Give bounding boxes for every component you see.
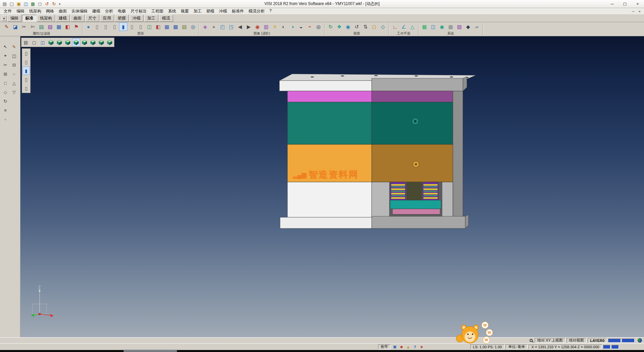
workflow-tab[interactable]: 线架构 <box>37 15 55 22</box>
workplane-free-icon[interactable]: △ <box>408 23 417 31</box>
view-cube-sw-icon[interactable] <box>47 38 55 46</box>
dynamic-view-icon[interactable]: ◈ <box>201 23 209 31</box>
menu-item[interactable]: 实体编辑 <box>69 8 90 15</box>
light-icon[interactable]: ☀ <box>271 23 279 31</box>
view-align-icon[interactable]: ⇅ <box>361 23 370 31</box>
mask-filter-icon[interactable]: ◧ <box>63 23 72 31</box>
3d-viewport[interactable]: ▤ ▢ ◫ <box>20 36 644 337</box>
view-iso-icon[interactable]: ◇ <box>379 23 387 31</box>
menu-item[interactable]: 线架构 <box>27 8 44 15</box>
tabbar-dropdown-icon[interactable]: ▾ <box>1 15 7 21</box>
workflow-tab[interactable]: 应用 <box>100 15 114 22</box>
status-help-icon[interactable]: ? <box>412 344 418 350</box>
filter-cut-icon[interactable]: ✄ <box>29 23 37 31</box>
workplane-angle-icon[interactable]: ∠ <box>399 23 408 31</box>
menu-item[interactable]: 网格 <box>44 8 56 15</box>
workflow-tab[interactable]: 标准 <box>22 15 36 22</box>
menu-item[interactable]: 视窗 <box>178 8 191 15</box>
clip-plane-icon[interactable]: ◓ <box>306 23 314 31</box>
status-snap-icon[interactable]: ▲ <box>405 344 411 350</box>
menu-item[interactable]: 曲面 <box>56 8 69 15</box>
maximize-button[interactable]: ◻ <box>619 0 631 8</box>
workplane-xy-icon[interactable]: ∟ <box>391 23 399 31</box>
workflow-tab[interactable]: 尺寸 <box>85 15 99 22</box>
view-cube-front-icon[interactable] <box>97 38 105 46</box>
mdi-minimize-button[interactable]: ─ <box>632 9 635 13</box>
rectangle-tool-icon[interactable]: □ <box>2 79 9 87</box>
view-cube-ne-icon[interactable] <box>72 38 80 46</box>
snap-grid-icon[interactable]: ▩ <box>446 23 455 31</box>
workflow-tab[interactable]: 建模 <box>56 15 70 22</box>
display-filter-4-icon[interactable]: ▯ <box>22 75 30 84</box>
workspace-icon[interactable]: ▤ <box>1 1 8 7</box>
zoom-window-icon[interactable]: ◰ <box>218 23 227 31</box>
render-quality-icon[interactable]: ◎ <box>189 23 197 31</box>
diamond-tool-icon[interactable]: ◇ <box>2 88 9 96</box>
circle-tool-icon[interactable]: ○ <box>10 70 18 78</box>
shaded-view-icon[interactable]: ● <box>84 23 93 31</box>
pan-view-icon[interactable]: + <box>210 23 218 31</box>
viewbar-zoom-icon[interactable]: ◫ <box>39 38 47 46</box>
new-document-icon[interactable]: ▢ <box>8 1 15 7</box>
background-icon[interactable]: ◒ <box>297 23 305 31</box>
preview-icon[interactable]: ◻ <box>37 1 43 7</box>
hidden-line-icon[interactable]: ◫ <box>145 23 154 31</box>
select-arrow-icon[interactable]: ↖ <box>2 43 9 50</box>
view-front-icon[interactable]: ◻ <box>370 23 378 31</box>
cylinder-display-3-icon[interactable]: ▯ <box>110 23 119 31</box>
color-filter-icon[interactable]: ▧ <box>46 23 54 31</box>
section-view-icon[interactable]: ◧ <box>154 23 162 31</box>
copy-tool-icon[interactable]: ◫ <box>10 52 18 59</box>
menu-item[interactable]: 电极 <box>115 8 128 15</box>
snap-point-icon[interactable]: ⌖ <box>2 52 9 59</box>
cylinder-display-2-icon[interactable]: ▯ <box>102 23 110 31</box>
layer-filter-icon[interactable]: ▤ <box>37 23 46 31</box>
close-button[interactable]: × <box>631 0 644 8</box>
cylinder-display-icon[interactable]: ▯ <box>93 23 101 31</box>
view-refresh-icon[interactable]: ↻ <box>326 23 335 31</box>
color-palette-icon[interactable]: ▦ <box>420 23 429 31</box>
globe-settings-icon[interactable]: ◉ <box>438 23 446 31</box>
rotate-tool-icon[interactable]: ↻ <box>2 97 9 105</box>
shadow-icon[interactable]: ◐ <box>279 23 288 31</box>
cylinder-display-4-icon[interactable]: ▯ <box>128 23 136 31</box>
workflow-tab[interactable]: 曲面 <box>70 15 85 22</box>
menu-item[interactable]: ? <box>267 8 274 15</box>
units-settings-icon[interactable]: ◆ <box>464 23 472 31</box>
previous-view-icon[interactable]: ◀ <box>236 23 244 31</box>
save-icon[interactable]: ◫ <box>22 1 29 7</box>
status-image-icon[interactable]: ◆ <box>398 344 405 350</box>
display-settings-icon[interactable]: ◫ <box>429 23 437 31</box>
zoom-status-icon[interactable] <box>530 339 533 342</box>
view-cube-se-icon[interactable] <box>55 38 63 46</box>
display-filter-5-icon[interactable]: ▯ <box>22 84 30 92</box>
lock-cell[interactable]: 拴牢 <box>378 344 391 349</box>
workflow-tab[interactable]: 加工 <box>144 15 158 22</box>
viewbar-blank-icon[interactable]: ▢ <box>30 38 38 46</box>
menu-item[interactable]: 分析 <box>103 8 115 15</box>
status-grid-icon[interactable]: ▣ <box>392 344 398 350</box>
viewbar-layers-icon[interactable]: ▤ <box>22 38 30 46</box>
menu-item[interactable]: 系统 <box>166 8 178 15</box>
view-cube-nw-icon[interactable] <box>64 38 72 46</box>
menu-item[interactable]: 冲模 <box>217 8 229 15</box>
system-config-icon[interactable]: ▰ <box>473 23 481 31</box>
view-cube-iso-icon[interactable] <box>106 38 114 46</box>
mirror-tool-icon[interactable]: ▽ <box>10 88 18 96</box>
display-filter-2-icon[interactable]: ▯ <box>22 58 30 66</box>
type-filter-icon[interactable]: ▦ <box>55 23 63 31</box>
display-filter-1-icon[interactable]: ▯ <box>22 49 30 57</box>
menu-item[interactable]: 工程图 <box>149 8 166 15</box>
globe-icon[interactable] <box>638 338 642 343</box>
minimize-button[interactable]: ─ <box>606 0 619 8</box>
menu-item[interactable]: 文件 <box>1 8 14 15</box>
hatch-settings-icon[interactable]: ▨ <box>455 23 464 31</box>
erase-tool-icon[interactable]: ⊟ <box>10 61 18 69</box>
menu-item[interactable]: 塑模 <box>204 8 217 15</box>
menu-item[interactable]: 模流分析 <box>246 8 267 15</box>
zoom-extents-icon[interactable]: ◳ <box>227 23 235 31</box>
list-tool-icon[interactable]: ≡ <box>2 106 9 114</box>
measure-tool-icon[interactable]: ▫ <box>2 116 9 123</box>
status-user-icon[interactable]: ◈ <box>419 344 425 350</box>
workflow-tab[interactable]: 冲模 <box>129 15 144 22</box>
